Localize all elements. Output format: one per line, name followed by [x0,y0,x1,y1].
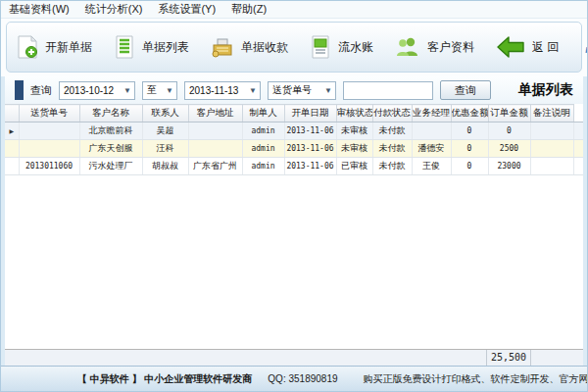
order-payment-button[interactable]: 单据收款 [211,35,288,59]
summary-row: 25,500 [5,349,583,366]
back-button[interactable]: 返 回 [496,35,559,59]
column-header-payment-status[interactable]: 付款状态 [372,105,412,122]
cell-customer[interactable]: 污水处理厂 [79,158,142,175]
cash-register-icon [211,35,234,59]
cell-payment-status[interactable]: 未付款 [372,140,412,158]
column-header-remark[interactable]: 备注说明 [530,105,573,122]
cell-remark[interactable] [530,122,573,140]
chevron-down-icon: ▼ [321,86,335,95]
cell-remark[interactable] [530,140,573,158]
cell-address[interactable]: 广东省广州 [188,158,242,175]
table-row[interactable]: ▶ 北京瞻前科 吴超 admin 2013-11-06 未审核 未付款 0 0 [5,122,587,140]
cell-contact[interactable]: 汪科 [142,140,188,158]
cell-date[interactable]: 2013-11-06 [284,122,336,140]
new-order-label: 开新单据 [45,39,92,56]
cell-discount[interactable]: 0 [451,140,488,158]
cell-delivery-no[interactable] [19,122,79,140]
cell-filler [573,140,587,158]
table-row[interactable]: 2013011060 污水处理厂 胡叔叔 广东省广州 admin 2013-11… [5,158,587,175]
row-indicator [5,140,19,158]
date-from-combo[interactable]: 2013-10-12 ▼ [59,81,135,100]
column-header-date[interactable]: 开单日期 [284,105,336,122]
column-header-discount[interactable]: 优惠金额 [451,105,488,122]
search-field-value: 送货单号 [272,83,312,97]
promo-text[interactable]: 购买正版免费设计打印格式、软件定制开发、官方网站：http://zh... [364,372,587,386]
column-header-customer[interactable]: 客户名称 [79,105,142,122]
cell-order-amount[interactable]: 0 [488,122,530,140]
journal-label: 流水账 [338,39,373,56]
cell-date[interactable]: 2013-11-06 [284,140,336,158]
row-indicator [5,158,19,175]
cell-manager[interactable]: 潘德安 [412,140,451,158]
toolbar: 开新单据 单据列表 [6,22,582,73]
menu-item-basic-data[interactable]: 基础资料(W) [9,2,70,17]
cell-discount[interactable]: 0 [451,122,488,140]
row-indicator-header [5,105,19,122]
column-header-creator[interactable]: 制单人 [242,105,284,122]
cell-payment-status[interactable]: 未付款 [372,158,412,175]
cell-contact[interactable]: 吴超 [142,122,188,140]
table-row[interactable]: 广东天创服 汪科 admin 2013-11-06 未审核 未付款 潘德安 0 … [5,140,587,158]
cell-manager[interactable] [412,122,451,140]
date-to-combo[interactable]: 2013-11-13 ▼ [184,81,261,100]
brand-slogan: 中异、让管理更容易 [584,34,588,61]
column-header-audit-status[interactable]: 审核状态 [336,105,372,122]
cell-delivery-no[interactable] [19,140,79,158]
column-header-address[interactable]: 客户地址 [188,105,242,122]
cell-customer[interactable]: 北京瞻前科 [79,122,142,140]
ledger-icon [310,35,331,59]
query-bar: 查询 2013-10-12 ▼ 至 ▼ 2013-11-13 ▼ 送货单号 ▼ … [5,76,583,104]
menu-item-system-settings[interactable]: 系统设置(Y) [158,2,216,17]
current-row-arrow-icon: ▶ [5,122,19,140]
order-payment-label: 单据收款 [241,39,288,56]
cell-payment-status[interactable]: 未付款 [372,122,412,140]
keyword-input[interactable] [343,81,433,100]
back-label: 返 回 [532,39,559,56]
cell-customer[interactable]: 广东天创服 [79,140,142,158]
menu-item-statistics[interactable]: 统计分析(X) [85,2,143,17]
column-header-delivery-no[interactable]: 送货单号 [19,105,79,122]
document-list-icon [114,35,135,59]
menu-item-help[interactable]: 帮助(Z) [231,2,267,17]
cell-address[interactable] [188,140,242,158]
cell-delivery-no[interactable]: 2013011060 [19,158,79,175]
menu-bar: 基础资料(W) 统计分析(X) 系统设置(Y) 帮助(Z) [1,1,587,19]
cell-creator[interactable]: admin [242,158,284,175]
content-panel: 查询 2013-10-12 ▼ 至 ▼ 2013-11-13 ▼ 送货单号 ▼ … [1,76,587,366]
column-header-manager[interactable]: 业务经理 [412,105,451,122]
orders-table: 送货单号 客户名称 联系人 客户地址 制单人 开单日期 审核状态 付款状态 业务… [5,104,587,175]
cell-date[interactable]: 2013-11-06 [284,158,336,175]
column-header-order-amount[interactable]: 订单金额 [488,105,530,122]
chevron-down-icon: ▼ [163,86,176,95]
range-combo[interactable]: 至 ▼ [142,81,177,100]
cell-address[interactable] [188,122,242,140]
cell-filler [573,158,587,175]
table-header-row: 送货单号 客户名称 联系人 客户地址 制单人 开单日期 审核状态 付款状态 业务… [5,105,587,122]
cell-creator[interactable]: admin [242,140,284,158]
cell-order-amount[interactable]: 2500 [488,140,530,158]
page-title: 单据列表 [518,81,577,99]
back-arrow-icon [496,35,525,59]
query-label: 查询 [30,83,52,98]
journal-button[interactable]: 流水账 [310,35,373,59]
grid-empty-area [5,175,583,349]
cell-manager[interactable]: 王俊 [412,158,451,175]
cell-contact[interactable]: 胡叔叔 [142,158,188,175]
search-field-combo[interactable]: 送货单号 ▼ [268,81,336,100]
cell-audit-status[interactable]: 未审核 [336,140,372,158]
cell-order-amount[interactable]: 23000 [488,158,530,175]
cell-creator[interactable]: admin [242,122,284,140]
order-list-button[interactable]: 单据列表 [114,35,189,59]
cell-remark[interactable] [530,158,573,175]
header-filler [573,105,587,122]
customer-info-button[interactable]: 客户资料 [395,35,474,59]
cell-audit-status[interactable]: 未审核 [336,122,372,140]
column-header-contact[interactable]: 联系人 [142,105,188,122]
chevron-down-icon: ▼ [121,86,134,95]
cell-discount[interactable]: 0 [451,158,488,175]
date-to-value: 2013-11-13 [189,85,238,96]
search-button[interactable]: 查询 [440,80,491,100]
new-order-button[interactable]: 开新单据 [17,35,92,59]
cell-audit-status[interactable]: 已审核 [336,158,372,175]
customers-icon [395,35,420,59]
